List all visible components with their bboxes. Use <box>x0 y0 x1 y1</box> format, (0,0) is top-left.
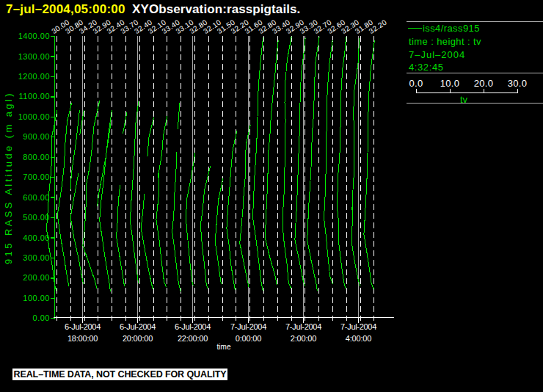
svg-text:6-Jul-2004: 6-Jul-2004 <box>120 322 156 331</box>
svg-text:200.00: 200.00 <box>23 273 50 282</box>
svg-text:REAL–TIME DATA, NOT CHECKED FO: REAL–TIME DATA, NOT CHECKED FOR QUALITY <box>14 369 227 380</box>
svg-text:100.00: 100.00 <box>23 294 50 302</box>
svg-text:6-Jul-2004: 6-Jul-2004 <box>175 322 211 331</box>
svg-text:20:00:00: 20:00:00 <box>123 334 153 343</box>
svg-text:22:00:00: 22:00:00 <box>178 334 208 343</box>
svg-text:500.00: 500.00 <box>23 213 50 222</box>
svg-text:7-Jul-2004: 7-Jul-2004 <box>285 322 321 331</box>
svg-text:10.0: 10.0 <box>440 78 460 89</box>
svg-text:300.00: 300.00 <box>23 253 50 262</box>
svg-text:1400.00: 1400.00 <box>18 32 50 40</box>
svg-text:time: time <box>217 343 231 351</box>
svg-text:20.0: 20.0 <box>474 78 494 89</box>
svg-text:0.00: 0.00 <box>33 313 50 322</box>
svg-text:1000.00: 1000.00 <box>18 112 50 121</box>
svg-text:7–Jul–2004: 7–Jul–2004 <box>409 49 465 60</box>
svg-text:900.00: 900.00 <box>23 132 50 141</box>
svg-text:0.0: 0.0 <box>409 78 423 89</box>
svg-text:800.00: 800.00 <box>23 153 50 161</box>
svg-text:4:32:45: 4:32:45 <box>409 62 444 73</box>
svg-text:time : height : tv: time : height : tv <box>409 36 481 47</box>
svg-text:30.0: 30.0 <box>508 78 528 89</box>
svg-text:XYObservation:rasspigtails.: XYObservation:rasspigtails. <box>132 2 300 16</box>
svg-text:1100.00: 1100.00 <box>19 92 50 101</box>
svg-text:7-Jul-2004: 7-Jul-2004 <box>340 322 376 331</box>
svg-text:6-Jul-2004: 6-Jul-2004 <box>65 322 101 331</box>
svg-text:400.00: 400.00 <box>23 233 50 242</box>
svg-text:4:00:00: 4:00:00 <box>346 334 371 343</box>
svg-text:7–jul–2004,05:00:00: 7–jul–2004,05:00:00 <box>6 2 125 16</box>
svg-text:915 RASS Altitude (m agl): 915 RASS Altitude (m agl) <box>3 91 14 264</box>
svg-text:600.00: 600.00 <box>23 193 50 202</box>
svg-text:700.00: 700.00 <box>23 173 50 181</box>
svg-text:1200.00: 1200.00 <box>18 72 50 81</box>
svg-text:0:00:00: 0:00:00 <box>236 334 261 343</box>
svg-text:1300.00: 1300.00 <box>18 52 50 61</box>
svg-text:18:00:00: 18:00:00 <box>68 334 98 343</box>
svg-text:iss4/rass915: iss4/rass915 <box>423 23 480 34</box>
svg-text:7-Jul-2004: 7-Jul-2004 <box>230 322 266 331</box>
svg-text:2:00:00: 2:00:00 <box>291 334 316 343</box>
